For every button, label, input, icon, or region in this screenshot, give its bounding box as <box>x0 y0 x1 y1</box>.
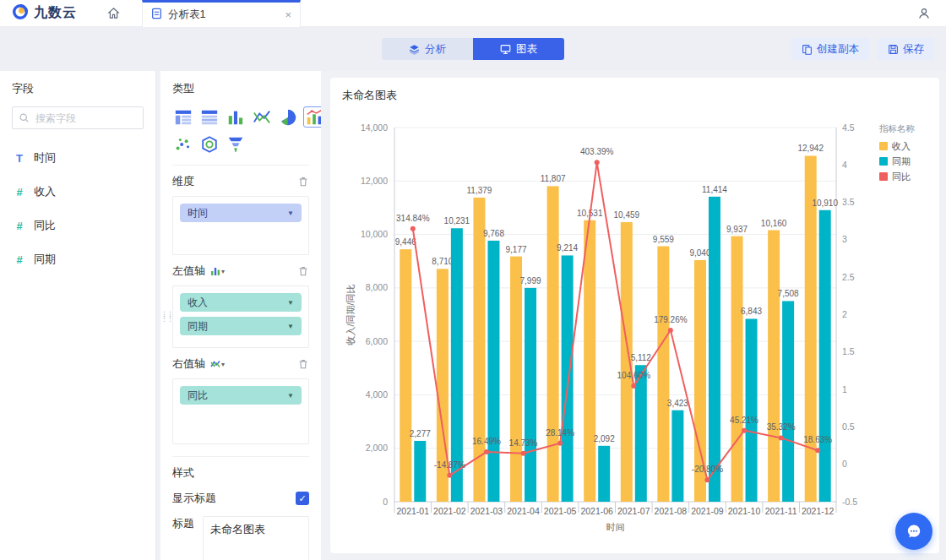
bar-同期-2021-09[interactable] <box>709 197 720 502</box>
chart-title-input[interactable]: 未命名图表 <box>203 516 309 560</box>
bar-同期-2021-08[interactable] <box>671 410 683 502</box>
right-axis-type-caret[interactable]: ▾ <box>221 361 225 368</box>
text-field-icon: T <box>14 152 25 165</box>
chart-config-panel: ⋮⋮⋮⋮ 类型 维度 时间▼ 左值轴 ▾ 收入▼同期▼ 右值轴 <box>160 71 321 560</box>
legend-label-收入[interactable]: 收入 <box>892 141 911 151</box>
bar-value-label: 5,112 <box>631 353 652 362</box>
chart-type-grouped-table-icon[interactable] <box>172 106 193 128</box>
bar-value-label: 11,807 <box>541 174 566 183</box>
panel-drag-handle[interactable]: ⋮⋮⋮⋮ <box>160 313 172 321</box>
show-title-checkbox[interactable]: ✓ <box>296 492 309 505</box>
point-同比-2021-06[interactable] <box>595 160 600 165</box>
home-button[interactable] <box>107 7 120 19</box>
line-chart-mini-icon[interactable] <box>210 359 220 369</box>
dimension-dropzone[interactable]: 时间▼ <box>172 196 309 255</box>
field-item-同比[interactable]: #同比 <box>12 209 144 242</box>
field-item-收入[interactable]: #收入 <box>12 175 144 209</box>
search-fields-input[interactable] <box>12 106 144 129</box>
tab-chart[interactable]: 图表 <box>473 38 564 60</box>
bar-同期-2021-05[interactable] <box>562 255 574 502</box>
legend-label-同期[interactable]: 同期 <box>892 156 911 166</box>
chart-type-combo-chart-icon[interactable] <box>303 106 321 128</box>
point-同比-2021-10[interactable] <box>742 428 747 433</box>
field-item-时间[interactable]: T时间 <box>12 141 144 175</box>
bar-同期-2021-12[interactable] <box>819 210 831 502</box>
point-同比-2021-11[interactable] <box>779 435 784 440</box>
line-value-label: 16.49% <box>472 437 501 446</box>
tab-analysis-sheet[interactable]: 分析表1 × <box>142 0 301 27</box>
field-label: 同比 <box>34 218 56 233</box>
chart-label: 图表 <box>516 42 537 57</box>
bar-收入-2021-01[interactable] <box>400 249 411 502</box>
point-同比-2021-07[interactable] <box>631 383 636 389</box>
point-同比-2021-04[interactable] <box>521 451 526 456</box>
bar-value-label: 9,214 <box>557 243 578 253</box>
dimension-clear-trash-icon[interactable] <box>297 176 309 188</box>
right-axis-tick: 0.5 <box>842 421 855 432</box>
dimension-pill-时间[interactable]: 时间▼ <box>180 204 302 222</box>
chevron-down-icon[interactable]: ▼ <box>287 299 294 307</box>
bar-同期-2021-11[interactable] <box>782 301 794 502</box>
point-同比-2021-08[interactable] <box>668 328 673 333</box>
bar-收入-2021-11[interactable] <box>768 231 780 502</box>
bar-收入-2021-08[interactable] <box>657 247 669 502</box>
chart-type-scatter-plot-icon[interactable] <box>172 133 193 155</box>
left-axis-tick: 6,000 <box>366 336 388 346</box>
bar-同期-2021-03[interactable] <box>487 241 499 502</box>
bar-value-label: 10,910 <box>812 198 838 208</box>
field-item-同期[interactable]: #同期 <box>12 242 144 276</box>
left-axis-pill-收入[interactable]: 收入▼ <box>180 293 302 312</box>
x-category-label: 2021-01 <box>397 506 430 516</box>
customer-service-chat-button[interactable] <box>895 513 932 550</box>
bar-chart-mini-icon[interactable] <box>210 266 220 276</box>
point-同比-2021-01[interactable] <box>410 226 416 231</box>
chevron-down-icon[interactable]: ▼ <box>287 323 294 330</box>
right-axis-tick: 4 <box>842 160 847 170</box>
point-同比-2021-03[interactable] <box>484 449 489 454</box>
app-logo[interactable]: 九数云 <box>0 3 89 24</box>
bar-同期-2021-06[interactable] <box>598 446 610 502</box>
tab-analysis[interactable]: 分析 <box>382 38 473 60</box>
save-button[interactable]: 保存 <box>878 38 934 60</box>
bar-同期-2021-07[interactable] <box>635 365 647 502</box>
create-copy-button[interactable]: 创建副本 <box>791 38 869 60</box>
right-axis-pill-同比[interactable]: 同比▼ <box>180 386 302 405</box>
bar-收入-2021-10[interactable] <box>731 237 743 502</box>
left-axis-clear-trash-icon[interactable] <box>297 265 309 277</box>
bar-同期-2021-04[interactable] <box>525 288 536 502</box>
bar-收入-2021-04[interactable] <box>510 257 522 502</box>
chevron-down-icon[interactable]: ▼ <box>287 392 294 400</box>
left-axis-type-caret[interactable]: ▾ <box>221 268 225 275</box>
right-axis-dropzone[interactable]: 同比▼ <box>172 378 309 444</box>
chevron-down-icon[interactable]: ▼ <box>287 209 294 217</box>
legend-swatch-同期[interactable] <box>879 157 888 166</box>
bar-同期-2021-10[interactable] <box>746 318 758 502</box>
title-field-label: 标题 <box>172 516 194 560</box>
bar-收入-2021-05[interactable] <box>547 186 559 502</box>
legend-label-同比[interactable]: 同比 <box>892 171 911 182</box>
left-axis-dropzone[interactable]: 收入▼同期▼ <box>172 285 309 348</box>
chart-type-line-chart-icon[interactable] <box>251 106 272 128</box>
legend-swatch-收入[interactable] <box>879 142 888 150</box>
bar-value-label: 7,508 <box>778 289 799 298</box>
left-axis-pill-同期[interactable]: 同期▼ <box>180 317 302 335</box>
point-同比-2021-02[interactable] <box>447 473 452 478</box>
chart-type-funnel-chart-icon[interactable] <box>225 133 246 155</box>
point-同比-2021-09[interactable] <box>704 477 710 482</box>
point-同比-2021-12[interactable] <box>815 448 820 453</box>
line-value-label: 179.26% <box>654 315 688 324</box>
point-同比-2021-05[interactable] <box>557 441 563 446</box>
chart-type-radar-chart-icon[interactable] <box>198 133 220 155</box>
x-axis-title: 时间 <box>606 522 625 532</box>
chart-type-bar-chart-icon[interactable] <box>225 106 246 128</box>
bar-收入-2021-06[interactable] <box>584 220 595 502</box>
user-account-button[interactable] <box>917 7 931 20</box>
chart-type-pie-chart-icon[interactable] <box>277 106 298 128</box>
bar-同期-2021-01[interactable] <box>414 441 426 502</box>
tab-close-icon[interactable]: × <box>285 8 291 21</box>
line-value-label: 28.14% <box>546 428 574 438</box>
chart-type-detail-table-icon[interactable] <box>198 106 220 128</box>
legend-swatch-同比[interactable] <box>879 172 888 181</box>
right-axis-clear-trash-icon[interactable] <box>297 358 309 370</box>
fields-panel: 字段 T时间#收入#同比#同期 <box>0 71 156 560</box>
